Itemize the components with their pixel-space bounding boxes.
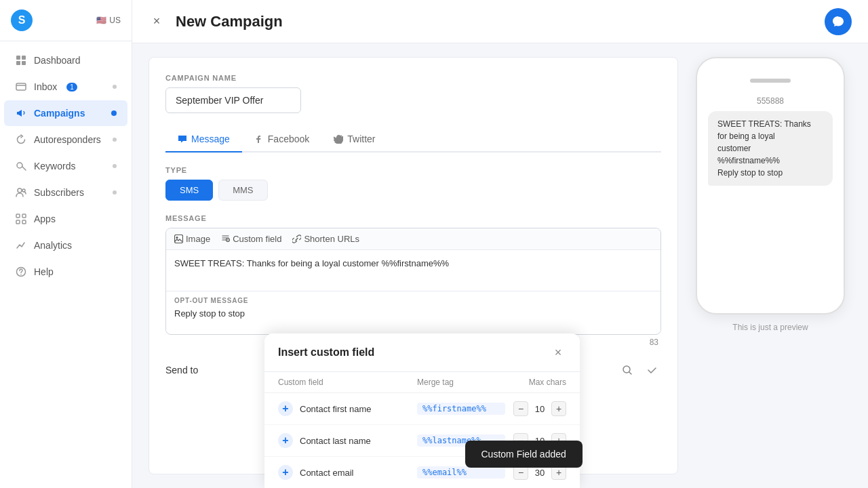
region-selector[interactable]: 🇺🇸 US <box>96 16 121 25</box>
sidebar-logo: S 🇺🇸 US <box>0 0 132 41</box>
custom-field-icon <box>221 235 230 243</box>
sidebar-item-label: Campaigns <box>34 108 85 119</box>
panel-close-button[interactable]: × <box>550 344 566 361</box>
svg-rect-8 <box>16 214 20 218</box>
svg-rect-14 <box>175 235 183 243</box>
app-logo[interactable]: S <box>11 9 33 31</box>
add-email-button[interactable]: + <box>278 465 293 480</box>
toast-notification: Custom Field added <box>465 441 583 468</box>
increment-button[interactable]: + <box>551 401 566 416</box>
type-buttons: SMS MMS <box>165 180 661 201</box>
panel-title: Insert custom field <box>278 346 374 359</box>
facebook-icon <box>254 134 264 144</box>
image-tool[interactable]: Image <box>174 234 210 244</box>
sms-button[interactable]: SMS <box>165 180 213 201</box>
chat-button[interactable] <box>825 8 852 35</box>
svg-point-7 <box>22 189 25 192</box>
search-button[interactable] <box>618 361 637 380</box>
type-section: TYPE SMS MMS <box>165 166 661 201</box>
message-textarea[interactable]: SWEET TREATS: Thanks for being a loyal c… <box>166 250 660 288</box>
add-first-name-button[interactable]: + <box>278 401 293 416</box>
custom-field-label: Custom field <box>233 234 281 244</box>
refresh-icon <box>15 134 27 146</box>
sidebar-item-campaigns[interactable]: Campaigns <box>4 100 127 126</box>
tab-label: Message <box>191 134 230 144</box>
image-label: Image <box>186 234 210 244</box>
sidebar: S 🇺🇸 US Dashboard Inbox 1 Campaigns <box>0 0 132 488</box>
sidebar-item-dashboard[interactable]: Dashboard <box>4 47 127 73</box>
tab-label: Facebook <box>268 134 309 144</box>
page-header: × New Campaign <box>132 0 868 43</box>
sidebar-item-label: Keywords <box>34 161 75 171</box>
message-toolbar: Image Custom field Shorten URLs <box>166 228 660 250</box>
stepper-value: 30 <box>531 468 549 478</box>
decrement-button[interactable]: − <box>513 401 528 416</box>
sidebar-item-label: Analytics <box>34 240 72 251</box>
sidebar-item-inbox[interactable]: Inbox 1 <box>4 74 127 100</box>
campaign-name-input[interactable] <box>165 87 301 113</box>
sidebar-item-analytics[interactable]: Analytics <box>4 232 127 258</box>
svg-point-5 <box>17 163 22 168</box>
close-button[interactable]: × <box>149 14 165 30</box>
message-icon <box>178 134 187 144</box>
preview-line2: for being a loyal <box>717 131 775 141</box>
preview-caption: This is just a preview <box>732 323 808 332</box>
region-label: US <box>109 16 121 25</box>
help-icon <box>15 266 27 278</box>
field-name-label: Contact last name <box>300 436 417 446</box>
shorten-urls-tool[interactable]: Shorten URLs <box>292 234 359 244</box>
tab-twitter[interactable]: Twitter <box>321 127 387 152</box>
custom-field-tool[interactable]: Custom field <box>221 234 281 244</box>
preview-line3: customer <box>717 144 751 153</box>
type-label: TYPE <box>165 166 661 174</box>
checkmark-button[interactable] <box>642 361 661 380</box>
sidebar-item-keywords[interactable]: Keywords <box>4 153 127 179</box>
inbox-icon <box>15 81 27 93</box>
sidebar-item-label: Apps <box>34 214 56 224</box>
mms-button[interactable]: MMS <box>218 180 267 201</box>
send-to-icons <box>618 361 661 380</box>
chart-icon <box>15 239 27 251</box>
svg-rect-2 <box>16 61 20 65</box>
sidebar-item-autoresponders[interactable]: Autoresponders <box>4 127 127 152</box>
merge-tag-value: %%firstname%% <box>417 403 505 415</box>
opt-out-label: OPT-OUT MESSAGE <box>166 291 660 304</box>
tab-facebook[interactable]: Facebook <box>242 127 321 152</box>
svg-rect-3 <box>22 61 26 65</box>
page-title: New Campaign <box>176 13 283 30</box>
svg-rect-4 <box>16 83 26 90</box>
preview-line5: Reply stop to stop <box>717 168 783 178</box>
sidebar-nav: Dashboard Inbox 1 Campaigns Autoresponde… <box>0 41 132 488</box>
field-name-label: Contact first name <box>300 404 417 414</box>
message-box: Image Custom field Shorten URLs SWEET TR… <box>165 228 661 335</box>
sender-number: 555888 <box>697 96 844 106</box>
message-section: MESSAGE Image Custom field S <box>165 214 661 347</box>
sidebar-item-label: Help <box>34 266 54 277</box>
col-merge-tag: Merge tag <box>417 378 505 387</box>
opt-out-textarea[interactable]: Reply stop to stop <box>166 304 660 331</box>
image-icon <box>174 235 183 243</box>
campaign-name-label: CAMPAIGN NAME <box>165 74 661 82</box>
sidebar-item-label: Dashboard <box>34 55 81 66</box>
opt-out-section: OPT-OUT MESSAGE Reply stop to stop <box>166 291 660 334</box>
megaphone-icon <box>15 107 27 119</box>
svg-rect-10 <box>16 220 20 224</box>
shorten-urls-label: Shorten URLs <box>304 234 359 244</box>
message-label: MESSAGE <box>165 214 661 222</box>
add-last-name-button[interactable]: + <box>278 433 293 448</box>
sidebar-item-label: Inbox <box>34 81 57 92</box>
sidebar-item-subscribers[interactable]: Subscribers <box>4 180 127 205</box>
svg-rect-1 <box>22 56 26 60</box>
svg-rect-0 <box>16 56 20 60</box>
channel-tabs: Message Facebook Twitter <box>165 127 661 152</box>
sidebar-item-help[interactable]: Help <box>4 259 127 285</box>
main-area: × New Campaign CAMPAIGN NAME Message <box>132 0 868 488</box>
tab-message[interactable]: Message <box>165 127 242 152</box>
sidebar-item-apps[interactable]: Apps <box>4 206 127 232</box>
sidebar-item-label: Autoresponders <box>34 134 101 145</box>
send-to-label: Send to <box>165 365 198 375</box>
phone-mockup: 555888 SWEET TREATS: Thanks for being a … <box>696 57 845 314</box>
custom-field-row: + Contact first name %%firstname%% − 10 … <box>264 393 580 425</box>
phone-notch <box>750 79 791 83</box>
twitter-icon <box>334 134 343 144</box>
